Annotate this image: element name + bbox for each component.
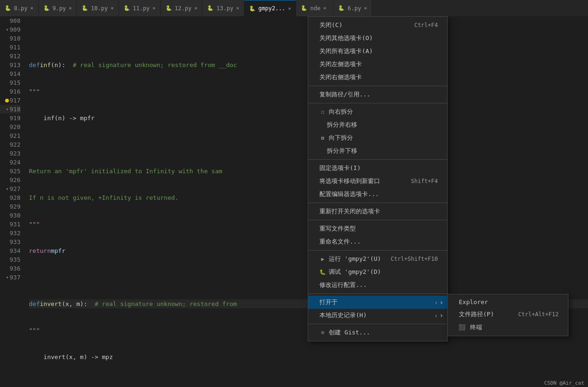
- status-text: CSDN @Air_cat: [544, 380, 584, 386]
- tab-label: 12.py: [175, 5, 192, 12]
- py-icon: 🐍: [207, 5, 214, 11]
- menu-label: 拆分并下移: [327, 147, 357, 155]
- submenu-label: 文件路径(P): [459, 310, 494, 319]
- context-menu: 关闭(C) Ctrl+F4 关闭其他选项卡(O) 关闭所有选项卡(A) 关闭左侧…: [308, 16, 448, 341]
- tab-close-12py[interactable]: ×: [194, 5, 198, 11]
- split-down-icon: ⊟: [319, 135, 326, 141]
- menu-item-split-move-right[interactable]: 拆分并右移: [308, 118, 447, 131]
- separator: [308, 250, 447, 251]
- menu-item-open-in[interactable]: 打开于 › Explorer 文件路径(P) Ctrl+Alt+F12: [308, 296, 447, 309]
- tab-close-9py[interactable]: ×: [69, 5, 72, 11]
- py-icon: 🐍: [124, 5, 130, 11]
- tab-11py[interactable]: 🐍 11.py ×: [119, 0, 161, 16]
- tab-10py[interactable]: 🐍 10.py ×: [77, 0, 119, 16]
- split-right-icon: ☐: [319, 109, 326, 115]
- menu-label: 将选项卡移动到新窗口: [319, 177, 380, 185]
- tab-close-nde[interactable]: ×: [323, 5, 326, 11]
- tab-close-6py[interactable]: ×: [364, 5, 367, 11]
- menu-label-close: 关闭(C): [319, 21, 342, 29]
- menu-label: 调试 'gmpy2'(D): [329, 268, 381, 276]
- tab-close-13py[interactable]: ×: [236, 5, 239, 11]
- tab-close-gmpy[interactable]: ×: [288, 6, 291, 12]
- tab-close-8py[interactable]: ×: [30, 5, 34, 11]
- menu-item-copy-path[interactable]: 复制路径/引用...: [308, 88, 447, 101]
- tab-label: nde: [310, 5, 320, 12]
- code-line: invert(x, m) -> mpz: [29, 353, 588, 361]
- tab-label: 13.py: [216, 5, 233, 12]
- submenu-item-terminal[interactable]: ⬛ 终端: [448, 321, 568, 334]
- tab-bar: 🐍 8.py × 🐍 9.py × 🐍 10.py × 🐍 11.py × 🐍 …: [0, 0, 588, 16]
- shortcut-close: Ctrl+F4: [414, 22, 438, 28]
- line-number-gutter: 908 ▾909 910 911 912 913 914 915 916 917…: [0, 16, 24, 387]
- menu-item-close-right[interactable]: 关闭右侧选项卡: [308, 71, 447, 84]
- menu-item-edit-run-config[interactable]: 修改运行配置...: [308, 278, 447, 292]
- separator: [308, 324, 447, 324]
- py-icon: 🐍: [338, 5, 345, 11]
- status-bar: CSDN @Air_cat: [540, 379, 588, 387]
- py-icon: 🐍: [82, 5, 88, 11]
- tab-8py[interactable]: 🐍 8.py ×: [0, 0, 39, 16]
- separator: [308, 203, 447, 203]
- menu-label: 关闭左侧选项卡: [319, 60, 362, 68]
- tab-6py[interactable]: 🐍 6.py ×: [333, 0, 372, 16]
- menu-label: 关闭其他选项卡(O): [319, 34, 373, 42]
- menu-label: 重命名文件...: [319, 238, 360, 246]
- menu-label: 关闭右侧选项卡: [319, 73, 362, 81]
- code-line: [29, 379, 588, 387]
- separator: [308, 220, 447, 220]
- separator: [308, 103, 447, 103]
- menu-label: 配置编辑器选项卡...: [319, 190, 379, 198]
- submenu-item-explorer[interactable]: Explorer: [448, 296, 568, 308]
- terminal-icon: ⬛: [459, 324, 465, 331]
- menu-label: 向右拆分: [329, 108, 353, 116]
- menu-item-close-others[interactable]: 关闭其他选项卡(O): [308, 32, 447, 45]
- py-icon: 🐍: [301, 5, 307, 11]
- tab-12py[interactable]: 🐍 12.py ×: [161, 0, 203, 16]
- tab-gmpy[interactable]: 🐍 gmpy2... ×: [244, 0, 296, 16]
- menu-item-split-down[interactable]: ⊟ 向下拆分: [308, 131, 447, 144]
- separator: [308, 293, 447, 294]
- menu-item-close-left[interactable]: 关闭左侧选项卡: [308, 58, 447, 71]
- menu-label: 运行 'gmpy2'(U): [329, 255, 381, 263]
- shortcut-move-window: Shift+F4: [411, 178, 438, 184]
- menu-item-reopen-closed[interactable]: 重新打开关闭的选项卡: [308, 205, 447, 218]
- menu-item-pin-tab[interactable]: 固定选项卡(I): [308, 162, 447, 175]
- menu-item-move-to-window[interactable]: 将选项卡移动到新窗口 Shift+F4: [308, 175, 447, 188]
- menu-label: 固定选项卡(I): [319, 164, 360, 172]
- menu-item-configure-tabs[interactable]: 配置编辑器选项卡...: [308, 188, 447, 201]
- tab-label: gmpy2...: [258, 5, 285, 12]
- menu-item-override-filetype[interactable]: 重写文件类型: [308, 222, 447, 235]
- menu-item-local-history[interactable]: 本地历史记录(H) ›: [308, 309, 447, 322]
- tab-label: 11.py: [133, 5, 150, 12]
- tab-label: 9.py: [53, 5, 66, 12]
- submenu-item-filepath[interactable]: 文件路径(P) Ctrl+Alt+F12: [448, 308, 568, 321]
- menu-label: 重新打开关闭的选项卡: [319, 207, 380, 216]
- menu-item-close[interactable]: 关闭(C) Ctrl+F4: [308, 19, 447, 32]
- tab-13py[interactable]: 🐍 13.py ×: [202, 0, 244, 16]
- py-icon: 🐍: [43, 5, 50, 11]
- menu-label: 创建 Gist...: [329, 328, 370, 337]
- py-icon: 🐍: [166, 5, 172, 11]
- shortcut-filepath: Ctrl+Alt+F12: [518, 311, 559, 318]
- menu-label: 修改运行配置...: [319, 281, 367, 289]
- tab-close-10py[interactable]: ×: [111, 5, 114, 11]
- menu-label-open-in: 打开于: [319, 298, 338, 306]
- menu-item-rename-file[interactable]: 重命名文件...: [308, 235, 447, 248]
- tab-9py[interactable]: 🐍 9.py ×: [39, 0, 77, 16]
- menu-item-debug[interactable]: 🐛 调试 'gmpy2'(D): [308, 265, 447, 278]
- menu-item-split-move-down[interactable]: 拆分并下移: [308, 144, 447, 157]
- tab-label: 6.py: [347, 5, 361, 12]
- menu-item-close-all[interactable]: 关闭所有选项卡(A): [308, 45, 447, 58]
- shortcut-run: Ctrl+Shift+F10: [391, 256, 438, 262]
- tab-close-11py[interactable]: ×: [152, 5, 156, 11]
- debug-icon: 🐛: [319, 269, 326, 275]
- tab-nde[interactable]: 🐍 nde ×: [296, 0, 333, 16]
- menu-item-run[interactable]: ▶ 运行 'gmpy2'(U) Ctrl+Shift+F10: [308, 252, 447, 265]
- py-icon: 🐍: [5, 5, 11, 11]
- menu-item-split-right[interactable]: ☐ 向右拆分: [308, 105, 447, 118]
- github-icon: ⊙: [319, 329, 326, 336]
- menu-label: 关闭所有选项卡(A): [319, 47, 373, 55]
- menu-label: 复制路径/引用...: [319, 90, 370, 99]
- menu-item-create-gist[interactable]: ⊙ 创建 Gist...: [308, 326, 447, 339]
- editor-area: 908 ▾909 910 911 912 913 914 915 916 917…: [0, 16, 588, 387]
